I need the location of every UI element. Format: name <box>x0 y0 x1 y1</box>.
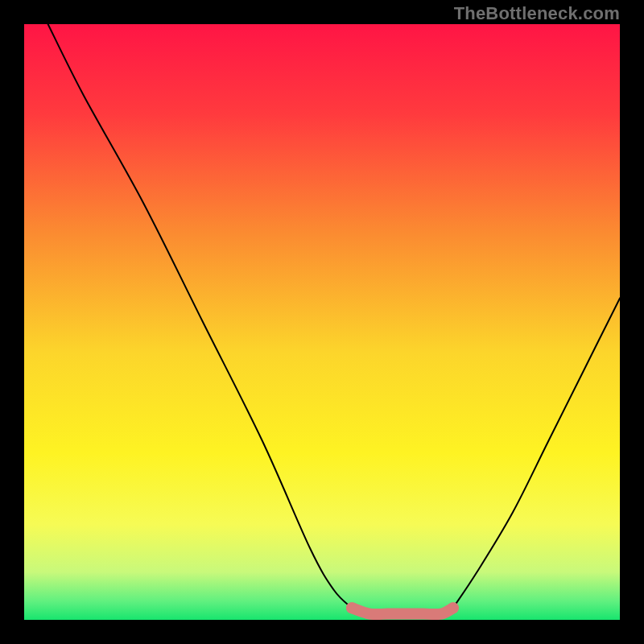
watermark-text: TheBottleneck.com <box>454 3 620 24</box>
left-curve <box>48 24 352 608</box>
optimal-band <box>352 608 453 614</box>
plot-area <box>24 24 620 620</box>
chart-container: TheBottleneck.com <box>0 0 644 644</box>
optimal-band-endpoint-left <box>346 602 357 613</box>
chart-lines <box>24 24 620 620</box>
optimal-band-endpoint-right <box>448 602 459 613</box>
right-curve <box>453 298 620 608</box>
